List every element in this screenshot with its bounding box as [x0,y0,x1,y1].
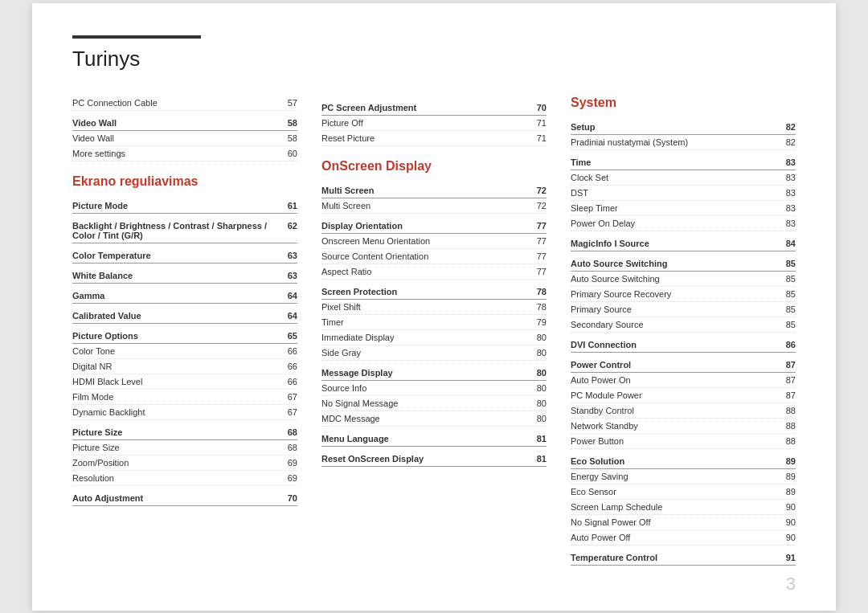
toc-entry-num: 72 [530,201,547,210]
toc-entry: Pradiniai nustatymai (System)82 [571,135,796,150]
toc-entry: Gamma64 [72,288,297,304]
toc-entry-label: Power On Delay [571,219,773,228]
toc-entry: Eco Solution89 [571,454,796,469]
toc-entry-num: 83 [780,203,796,213]
toc-entry-num: 82 [780,137,796,147]
toc-entry-num: 77 [530,267,547,276]
toc-entry-label: Standby Control [571,406,773,415]
onscreen-section-title: OnScreen Display [321,159,547,174]
toc-entry-label: Color Tone [72,346,275,356]
toc-entry-label: Menu Language [321,434,524,443]
toc-entry-num: 79 [530,317,547,327]
toc-entry: Auto Adjustment70 [72,491,297,506]
column-1: PC Connection Cable57Video Wall58Video W… [72,96,297,578]
toc-entry: Sleep Timer83 [571,201,796,216]
toc-entry-label: Picture Mode [72,201,275,210]
toc-entry: Eco Sensor89 [571,484,796,500]
toc-entry-num: 69 [281,473,297,483]
toc-entry: Timer79 [321,315,547,330]
toc-entry-label: More settings [72,149,275,158]
toc-entry-label: Zoom/Position [72,458,275,468]
toc-entry: Screen Protection78 [321,284,547,300]
toc-entry-label: Digital NR [72,362,275,371]
toc-entry: Network Standby88 [571,419,796,434]
toc-entry-num: 85 [780,274,796,284]
toc-entry-num: 80 [530,414,547,423]
toc-entry-num: 70 [530,103,547,112]
toc-entry-label: HDMI Black Level [72,377,275,386]
toc-entry-label: Auto Power Off [571,533,773,542]
toc-entry: White Balance63 [72,268,297,284]
toc-entry-num: 85 [780,320,796,329]
toc-entry: Energy Saving89 [571,469,796,484]
toc-entry: Multi Screen72 [321,183,547,198]
toc-entry-label: Picture Off [321,118,524,128]
toc-entry-label: Primary Source Recovery [571,289,773,299]
column-2: PC Screen Adjustment70Picture Off71Reset… [321,96,547,578]
toc-entry-label: Clock Set [571,173,773,182]
toc-entry: Primary Source85 [571,302,796,317]
column-3: System Setup82Pradiniai nustatymai (Syst… [571,96,796,578]
toc-entry-num: 82 [780,122,796,132]
toc-entry-label: Auto Adjustment [72,493,275,503]
toc-entry-num: 80 [530,333,547,342]
toc-entry-label: Film Mode [72,392,275,402]
toc-entry-label: Power Button [571,436,773,446]
toc-entry-label: Backlight / Brightness / Contrast / Shar… [72,221,275,240]
toc-entry-label: Auto Source Switching [571,259,773,268]
toc-entry-num: 84 [780,239,796,248]
toc-entry: Calibrated Value64 [72,309,297,324]
toc-entry: Time83 [571,155,796,170]
toc-entry: Auto Power Off90 [571,530,796,546]
toc-entry-label: Pradiniai nustatymai (System) [571,137,773,147]
toc-entry-num: 61 [281,201,297,210]
toc-entry-num: 87 [780,390,796,400]
toc-entry-label: MagicInfo I Source [571,239,773,248]
toc-entry: Power Control87 [571,358,796,373]
page: Turinys PC Connection Cable57Video Wall5… [32,3,836,611]
toc-entry-label: Primary Source [571,304,773,314]
toc-entry: Menu Language81 [321,431,547,447]
toc-entry-label: Video Wall [72,118,275,128]
toc-entry-num: 90 [780,517,796,527]
toc-entry-num: 86 [780,340,796,349]
toc-entry-num: 85 [780,304,796,314]
toc-entry-label: Color Temperature [72,251,275,260]
toc-entry: Picture Mode61 [72,198,297,214]
toc-entry-num: 85 [780,289,796,299]
toc-entry: More settings60 [72,146,297,161]
toc-entry-num: 81 [530,434,547,443]
toc-entry-label: Source Info [321,383,524,393]
toc-entry-label: Reset Picture [321,133,524,143]
toc-entry-num: 68 [281,427,297,437]
toc-entry: MagicInfo I Source84 [571,236,796,251]
toc-entry-num: 72 [530,186,547,195]
toc-entry: Picture Options65 [72,329,297,344]
toc-entry-num: 80 [530,348,547,358]
toc-entry-label: Calibrated Value [72,311,275,321]
toc-entry-label: PC Screen Adjustment [321,103,524,112]
toc-entry: Power Button88 [571,434,796,449]
toc-entry-num: 69 [281,458,297,468]
toc-entry-num: 70 [281,493,297,503]
toc-entry: No Signal Message80 [321,396,547,411]
toc-entry-label: Multi Screen [321,201,524,210]
toc-entry: Film Mode67 [72,390,297,405]
toc-entry-num: 90 [780,502,796,512]
toc-entry-num: 65 [281,331,297,341]
toc-entry-num: 89 [780,487,796,497]
toc-entry-label: Screen Protection [321,287,524,296]
toc-entry-label: Resolution [72,473,275,483]
toc-entry-num: 88 [780,421,796,431]
toc-entry: Side Gray80 [321,345,547,361]
toc-entry: MDC Message80 [321,411,547,427]
toc-entry-label: PC Module Power [571,390,773,400]
toc-entry-num: 80 [530,383,547,393]
toc-entry-label: Multi Screen [321,186,524,195]
columns-container: PC Connection Cable57Video Wall58Video W… [72,96,796,578]
toc-entry-label: Aspect Ratio [321,267,524,276]
toc-entry-label: Message Display [321,368,524,378]
toc-entry: Color Tone66 [72,344,297,359]
toc-entry-num: 63 [281,251,297,260]
toc-entry-num: 67 [281,407,297,417]
